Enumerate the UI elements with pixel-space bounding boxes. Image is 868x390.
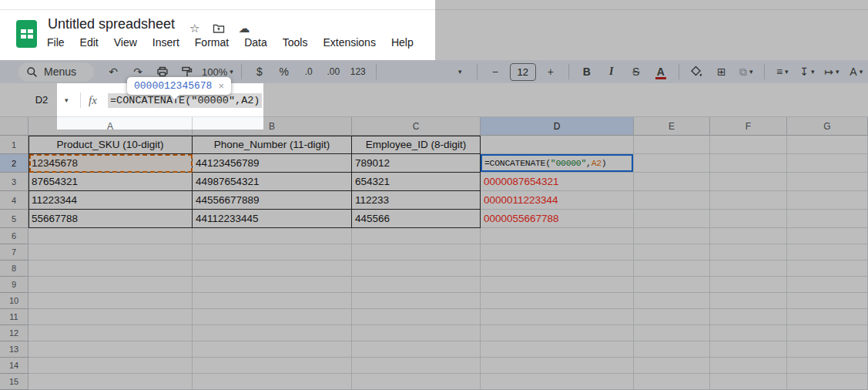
cell-e9[interactable] — [634, 277, 710, 293]
cell-a7[interactable] — [28, 244, 193, 261]
cell-b13[interactable] — [193, 341, 352, 358]
row-header-3[interactable]: 3 — [0, 173, 28, 191]
cell-a14[interactable] — [28, 358, 193, 374]
cell-d2[interactable]: =CONCATENATE("00000",A2) — [481, 154, 634, 173]
row-header-10[interactable]: 10 — [0, 293, 28, 309]
cell-b8[interactable] — [193, 261, 352, 277]
cell-d12[interactable] — [481, 325, 634, 341]
cell-g6[interactable] — [787, 228, 868, 244]
increase-font-size-button[interactable]: + — [541, 62, 561, 82]
increase-decimal-places-button[interactable]: .00 — [323, 62, 344, 82]
row-header-5[interactable]: 5 — [0, 210, 28, 228]
cell-b3[interactable]: 44987654321 — [193, 173, 352, 191]
cell-f5[interactable] — [710, 210, 787, 228]
format-as-currency-button[interactable]: $ — [250, 62, 270, 82]
font-size-input-button[interactable]: 12 — [510, 62, 536, 82]
cell-g10[interactable] — [787, 293, 868, 309]
cell-f13[interactable] — [710, 341, 787, 358]
cell-f9[interactable] — [710, 277, 787, 293]
menu-item-help[interactable]: Help — [391, 36, 414, 49]
cell-d11[interactable] — [481, 309, 634, 325]
row-header-13[interactable]: 13 — [0, 341, 28, 358]
cell-c14[interactable] — [352, 358, 481, 374]
text-rotation-button[interactable]: A▾ — [846, 62, 866, 82]
cell-a8[interactable] — [28, 261, 193, 277]
cell-b5[interactable]: 44112233445 — [193, 210, 352, 228]
column-header-c[interactable]: C — [352, 117, 481, 136]
menu-item-extensions[interactable]: Extensions — [323, 36, 375, 49]
cell-a1[interactable]: Product_SKU (10-digit) — [28, 136, 193, 154]
cell-b1[interactable]: Phone_Number (11-digit) — [193, 136, 352, 154]
row-header-1[interactable]: 1 — [0, 136, 28, 154]
cell-c13[interactable] — [352, 341, 481, 358]
cell-d15[interactable] — [481, 374, 634, 390]
menu-item-data[interactable]: Data — [244, 36, 267, 49]
cell-e11[interactable] — [634, 309, 710, 325]
row-header-12[interactable]: 12 — [0, 325, 28, 341]
column-header-b[interactable]: B — [193, 117, 352, 136]
move-to-folder-icon[interactable] — [213, 23, 225, 34]
cell-f10[interactable] — [710, 293, 787, 309]
cell-b10[interactable] — [193, 293, 352, 309]
horizontal-align-button[interactable]: ≡▾ — [772, 62, 793, 82]
cell-f15[interactable] — [710, 374, 787, 390]
cell-e14[interactable] — [634, 358, 710, 374]
name-box-caret-icon[interactable]: ▾ — [65, 83, 69, 117]
cell-e5[interactable] — [634, 210, 710, 228]
strikethrough-button[interactable]: S — [626, 62, 646, 82]
cell-f8[interactable] — [710, 261, 787, 277]
row-header-11[interactable]: 11 — [0, 309, 28, 325]
cell-b12[interactable] — [193, 325, 352, 341]
fill-color-button[interactable] — [687, 62, 707, 82]
vertical-align-button[interactable]: ↧▾ — [797, 62, 817, 82]
column-header-e[interactable]: E — [634, 117, 710, 136]
cell-f1[interactable] — [710, 136, 787, 154]
cell-d13[interactable] — [481, 341, 634, 358]
column-header-g[interactable]: G — [787, 117, 868, 136]
select-all-corner[interactable] — [0, 117, 28, 136]
cell-g13[interactable] — [787, 341, 868, 358]
cell-d10[interactable] — [481, 293, 634, 309]
cell-g1[interactable] — [787, 136, 868, 154]
row-header-15[interactable]: 15 — [0, 374, 28, 390]
menu-item-view[interactable]: View — [114, 36, 137, 49]
cell-a3[interactable]: 87654321 — [28, 173, 193, 191]
column-header-a[interactable]: A — [28, 117, 193, 136]
cell-g2[interactable] — [787, 154, 868, 173]
cell-b14[interactable] — [193, 358, 352, 374]
cell-e10[interactable] — [634, 293, 710, 309]
cell-d14[interactable] — [481, 358, 634, 374]
name-box[interactable]: D2 — [22, 83, 62, 117]
text-wrapping-button[interactable]: ↦▾ — [822, 62, 842, 82]
undo-button[interactable]: ↶ — [103, 62, 123, 82]
cell-e8[interactable] — [634, 261, 710, 277]
cell-c6[interactable] — [352, 228, 481, 244]
cell-b9[interactable] — [193, 277, 352, 293]
cell-c2[interactable]: 789012 — [352, 154, 481, 173]
cell-f12[interactable] — [710, 325, 787, 341]
cell-g14[interactable] — [787, 358, 868, 374]
cell-d1[interactable] — [481, 136, 634, 154]
cell-g9[interactable] — [787, 277, 868, 293]
merge-cells-button[interactable]: ⧉▾ — [736, 62, 756, 82]
cell-c11[interactable] — [352, 309, 481, 325]
cell-g11[interactable] — [787, 309, 868, 325]
row-header-14[interactable]: 14 — [0, 358, 28, 374]
text-color-button[interactable]: A — [651, 62, 671, 82]
cell-e12[interactable] — [634, 325, 710, 341]
menu-item-tools[interactable]: Tools — [283, 36, 308, 49]
cell-f4[interactable] — [710, 191, 787, 210]
row-header-6[interactable]: 6 — [0, 228, 28, 244]
cell-e6[interactable] — [634, 228, 710, 244]
tooltip-close-icon[interactable]: × — [218, 80, 224, 92]
row-header-4[interactable]: 4 — [0, 191, 28, 210]
font-family-select-button[interactable]: ▾ — [449, 62, 469, 82]
cell-d9[interactable] — [481, 277, 634, 293]
cell-e2[interactable] — [634, 154, 710, 173]
cell-d7[interactable] — [481, 244, 634, 261]
cell-c5[interactable]: 445566 — [352, 210, 481, 228]
bold-button[interactable]: B — [577, 62, 597, 82]
cell-e15[interactable] — [634, 374, 710, 390]
cell-a15[interactable] — [28, 374, 193, 390]
decrease-font-size-button[interactable]: − — [485, 62, 505, 82]
